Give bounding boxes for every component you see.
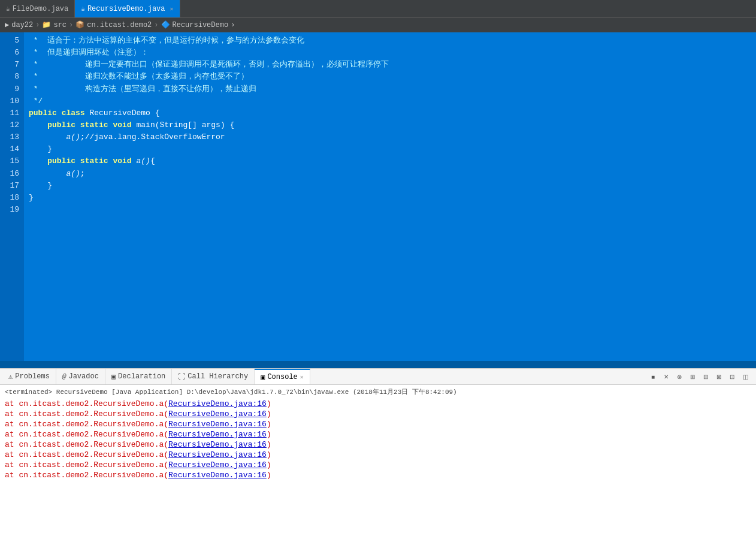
breadcrumb-end-arrow: › <box>231 21 235 29</box>
tab-console-label: Console <box>267 373 297 381</box>
javadoc-icon: @ <box>62 373 66 380</box>
stop-button[interactable]: ■ <box>647 371 659 383</box>
bottom-tabs-left: ⚠ Problems @ Javadoc ▣ Declaration ⛶ Cal… <box>2 369 310 384</box>
code-content[interactable]: * 适合于：方法中运算的主体不变，但是运行的时候，参与的方法参数会变化 * 但是… <box>24 32 756 361</box>
tab-javadoc[interactable]: @ Javadoc <box>56 369 105 384</box>
editor-area: 5678910111213141516171819 * 适合于：方法中运算的主体… <box>0 32 756 368</box>
console-stack-line: at cn.itcast.demo2.RecursiveDemo.a(Recur… <box>0 429 756 439</box>
console-stack-line: at cn.itcast.demo2.RecursiveDemo.a(Recur… <box>0 399 756 409</box>
breadcrumb-sep2: › <box>69 21 73 29</box>
breadcrumb: ▶ day22 › 📁 src › 📦 cn.itcast.demo2 › 🔷 … <box>0 18 756 32</box>
bottom-toolbar: ■ ✕ ⊗ ⊞ ⊟ ⊠ ⊡ ◫ <box>647 371 754 383</box>
breadcrumb-pkg[interactable]: cn.itcast.demo2 <box>87 21 152 29</box>
line-numbers: 5678910111213141516171819 <box>0 32 24 361</box>
breadcrumb-day22[interactable]: day22 <box>11 21 33 29</box>
console-close-x[interactable]: ✕ <box>300 374 304 381</box>
horizontal-scrollbar[interactable] <box>0 361 756 368</box>
new-console-button[interactable]: ⊟ <box>700 371 712 383</box>
view-menu-button[interactable]: ◫ <box>739 371 751 383</box>
minimize-button[interactable]: ⊡ <box>726 371 738 383</box>
console-icon: ▣ <box>261 373 265 382</box>
breadcrumb-src[interactable]: src <box>53 21 66 29</box>
console-content: <terminated> RecursiveDemo [Java Applica… <box>0 385 756 554</box>
declaration-icon: ▣ <box>111 372 116 381</box>
breadcrumb-sep1: › <box>35 21 40 29</box>
console-stack-line: at cn.itcast.demo2.RecursiveDemo.a(Recur… <box>0 470 756 480</box>
tab-callhierarchy[interactable]: ⛶ Call Hierarchy <box>172 369 255 384</box>
problems-icon: ⚠ <box>8 372 13 381</box>
pin-button[interactable]: ⊞ <box>687 371 698 383</box>
tab-declaration-label: Declaration <box>118 372 165 381</box>
tab-filedemo[interactable]: ☕ FileDemo.java <box>0 0 75 17</box>
tab-problems[interactable]: ⚠ Problems <box>2 369 56 384</box>
remove-all-button[interactable]: ⊗ <box>673 371 685 383</box>
tab-declaration[interactable]: ▣ Declaration <box>105 369 172 384</box>
tab-close-button[interactable]: ✕ <box>170 5 174 13</box>
bottom-tab-bar: ⚠ Problems @ Javadoc ▣ Declaration ⛶ Cal… <box>0 368 756 385</box>
java-file-icon: ☕ <box>6 5 10 13</box>
breadcrumb-arrow: ▶ <box>5 20 9 29</box>
tab-bar: ☕ FileDemo.java ☕ RecursiveDemo.java ✕ <box>0 0 756 18</box>
tab-problems-label: Problems <box>15 372 50 381</box>
console-stack-lines: at cn.itcast.demo2.RecursiveDemo.a(Recur… <box>0 399 756 480</box>
console-stack-line: at cn.itcast.demo2.RecursiveDemo.a(Recur… <box>0 439 756 450</box>
breadcrumb-class-icon: 🔷 <box>161 20 170 29</box>
tab-recursivedemo[interactable]: ☕ RecursiveDemo.java ✕ <box>75 0 180 17</box>
code-container: 5678910111213141516171819 * 适合于：方法中运算的主体… <box>0 32 756 361</box>
close-console-button[interactable]: ✕ <box>660 371 672 383</box>
maximize-button[interactable]: ⊠ <box>713 371 725 383</box>
breadcrumb-sep3: › <box>154 21 158 29</box>
tab-recursivedemo-label: RecursiveDemo.java <box>87 5 165 13</box>
console-stack-line: at cn.itcast.demo2.RecursiveDemo.a(Recur… <box>0 409 756 419</box>
console-stack-line: at cn.itcast.demo2.RecursiveDemo.a(Recur… <box>0 450 756 460</box>
console-stack-line: at cn.itcast.demo2.RecursiveDemo.a(Recur… <box>0 419 756 429</box>
callhierarchy-icon: ⛶ <box>178 372 185 381</box>
tab-javadoc-label: Javadoc <box>68 372 98 381</box>
tab-callhierarchy-label: Call Hierarchy <box>188 372 248 381</box>
tab-console[interactable]: ▣ Console ✕ <box>255 369 310 384</box>
console-terminated-line: <terminated> RecursiveDemo [Java Applica… <box>0 386 756 399</box>
breadcrumb-pkg-icon: 📦 <box>75 20 84 29</box>
breadcrumb-src-icon: 📁 <box>42 20 51 29</box>
console-stack-line: at cn.itcast.demo2.RecursiveDemo.a(Recur… <box>0 460 756 470</box>
breadcrumb-class[interactable]: RecursiveDemo <box>173 21 229 29</box>
java-file-icon-2: ☕ <box>81 5 85 13</box>
tab-filedemo-label: FileDemo.java <box>13 5 69 13</box>
bottom-panel: ⚠ Problems @ Javadoc ▣ Declaration ⛶ Cal… <box>0 368 756 554</box>
